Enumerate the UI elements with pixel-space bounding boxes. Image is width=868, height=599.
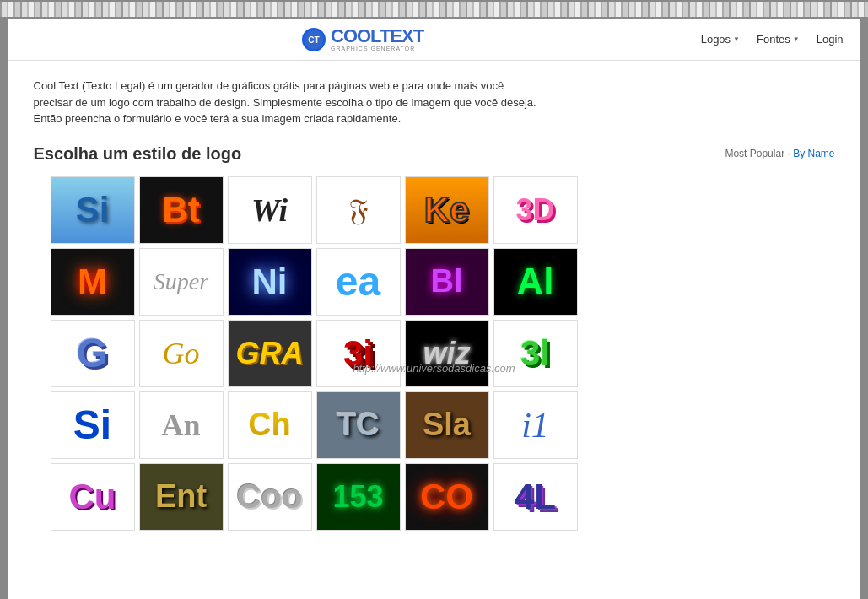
fontes-arrow-icon: ▼	[793, 35, 800, 43]
spiral-top	[0, 0, 868, 19]
sort-popular: Most Popular	[725, 148, 784, 159]
logo-cooltext: COOLTEXT	[331, 27, 423, 46]
logo-item-fire[interactable]: M	[51, 248, 135, 316]
logo-item-fancy[interactable]: 𝔉	[316, 176, 401, 244]
nav-logos[interactable]: Logos ▼	[701, 33, 740, 46]
svg-text:CT: CT	[308, 35, 319, 45]
logo-item-gold-script[interactable]: Go	[139, 320, 224, 387]
nav: Logos ▼ Fontes ▼ Login	[701, 33, 844, 46]
header: CT COOLTEXT GRAPHICS GENERATOR Logos ▼ F…	[8, 19, 860, 61]
logo-item-wi[interactable]: Wi	[228, 176, 312, 244]
logo-grid: SiBtWi𝔉Ke3DMSuperNieaBlAlGGoGRA3iwiz3lSi…	[51, 176, 835, 531]
section-title: Escolha um estilo de logo	[34, 144, 242, 164]
nav-fontes[interactable]: Fontes ▼	[757, 33, 800, 46]
logo-item-bt[interactable]: Bt	[139, 176, 224, 244]
sort-by-name[interactable]: By Name	[793, 148, 834, 159]
logo-area: CT COOLTEXT GRAPHICS GENERATOR	[25, 27, 701, 51]
logo-item-4l[interactable]: 4L	[493, 463, 578, 531]
logo-item-green-box[interactable]: 153	[316, 463, 401, 531]
logo-item-ke[interactable]: Ke	[405, 176, 489, 244]
logo-item-ch[interactable]: Ch	[228, 391, 312, 459]
logo-item-3d-pink[interactable]: 3D	[493, 176, 578, 244]
section-header: Escolha um estilo de logo Most Popular ·…	[34, 144, 835, 164]
logo-item-3d-green[interactable]: 3l	[493, 320, 578, 387]
logo-item-si2[interactable]: Si	[51, 391, 135, 459]
logo-icon: CT	[302, 28, 326, 51]
logo-item-ent[interactable]: Ent	[139, 463, 224, 531]
logo-item-ea[interactable]: ea	[316, 248, 401, 316]
logo-item-wiz[interactable]: wiz	[405, 320, 489, 387]
logo-item-super[interactable]: Super	[139, 248, 224, 316]
logo[interactable]: CT COOLTEXT GRAPHICS GENERATOR	[302, 27, 423, 51]
main-wrapper: CT COOLTEXT GRAPHICS GENERATOR Logos ▼ F…	[8, 19, 860, 599]
logo-item-si[interactable]: Si	[51, 176, 135, 244]
intro-text: Cool Text (Texto Legal) é um gerador de …	[34, 78, 540, 127]
logos-arrow-icon: ▼	[733, 35, 740, 43]
logo-sub: GRAPHICS GENERATOR	[331, 46, 423, 51]
logo-item-g-3d[interactable]: G	[51, 320, 135, 387]
logo-item-coo[interactable]: Coo	[228, 463, 312, 531]
logo-item-cu[interactable]: Cu	[51, 463, 135, 531]
logo-item-an[interactable]: An	[139, 391, 224, 459]
logo-item-3d-red[interactable]: 3i	[316, 320, 401, 387]
logo-item-co-flame[interactable]: CO	[405, 463, 489, 531]
nav-login[interactable]: Login	[817, 33, 844, 46]
logo-item-tc[interactable]: TC	[316, 391, 401, 459]
sort-links: Most Popular · By Name	[725, 148, 834, 159]
logo-item-sla[interactable]: Sla	[405, 391, 489, 459]
content: Cool Text (Texto Legal) é um gerador de …	[8, 61, 860, 400]
logo-item-night[interactable]: Ni	[228, 248, 312, 316]
logo-item-gra[interactable]: GRA	[228, 320, 312, 387]
logo-item-blur[interactable]: Bl	[405, 248, 489, 316]
logo-item-al[interactable]: Al	[493, 248, 578, 316]
logo-item-i1[interactable]: i1	[493, 391, 578, 459]
logo-text-block: COOLTEXT GRAPHICS GENERATOR	[331, 27, 423, 51]
